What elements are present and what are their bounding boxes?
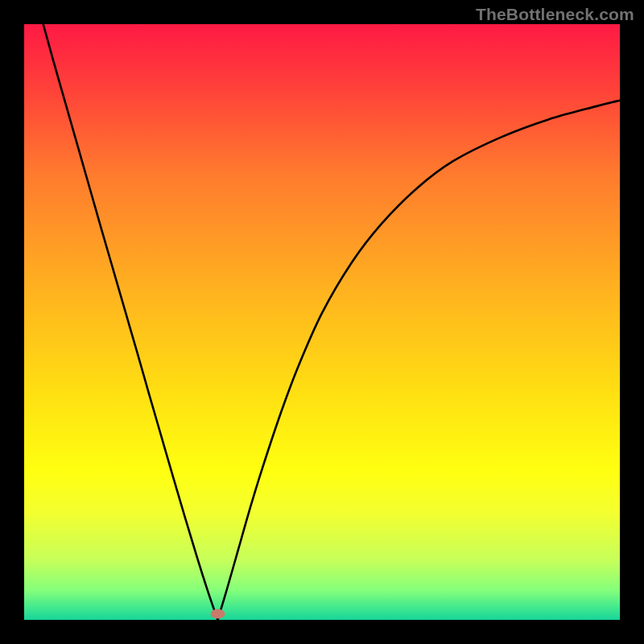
plot-area: [24, 24, 620, 620]
gradient-background: [24, 24, 620, 620]
chart-svg: [24, 24, 620, 620]
watermark-text: TheBottleneck.com: [476, 5, 634, 24]
minimum-marker: [211, 609, 225, 619]
chart-container: TheBottleneck.com: [0, 0, 644, 644]
